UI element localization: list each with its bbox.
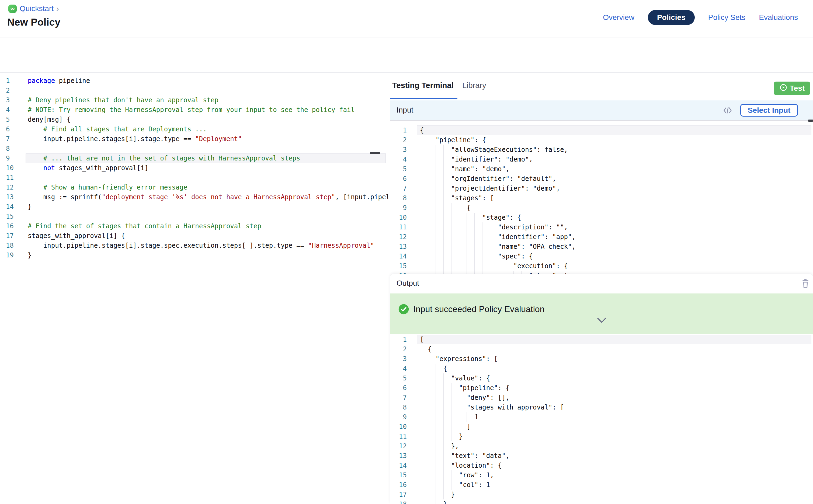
code-line[interactable]: 3 "expressions": [ [390,354,813,364]
code-line[interactable]: 11 "description": "", [390,222,813,232]
code-line[interactable]: 2 [0,86,389,95]
tab-evaluations[interactable]: Evaluations [759,13,798,22]
code-line[interactable]: 1package pipeline [0,76,389,86]
code-line[interactable]: 18 } [390,499,813,504]
code-text: stages_with_approval[i] { [28,231,125,241]
output-json-viewer[interactable]: 1[2 {3 "expressions": [4 {5 "value": {6 … [390,334,813,504]
evaluation-status-text: Input succeeded Policy Evaluation [413,304,545,314]
code-line[interactable]: 7 "deny": [], [390,393,813,403]
output-section-header: Output [390,274,813,293]
tab-testing-terminal[interactable]: Testing Terminal [392,81,454,90]
code-line[interactable]: 2 { [390,344,813,354]
code-line[interactable]: 15 "row": 1, [390,470,813,480]
code-line[interactable]: 10 not stages_with_approval[i] [0,163,389,173]
code-line[interactable]: 10 ] [390,422,813,432]
code-text: }, [420,441,459,451]
line-number: 8 [390,193,407,203]
code-line[interactable]: 5 "name": "demo", [390,164,813,174]
code-text: { [420,125,424,135]
line-number: 18 [6,241,18,250]
code-line[interactable]: 1{ [390,125,813,135]
code-line[interactable]: 14} [0,202,389,212]
code-line[interactable]: 16 "steps": [ [390,271,813,274]
code-text: [ [420,335,424,344]
code-line[interactable]: 18 input.pipeline.stages[i].stage.spec.e… [0,241,389,250]
breadcrumb-link-quickstart[interactable]: Quickstart [20,4,54,13]
code-line[interactable]: 9 { [390,203,813,213]
code-view-icon[interactable] [723,106,732,115]
code-text: "row": 1, [420,470,494,480]
code-text: # Deny pipelines that don't have an appr… [28,95,218,105]
chevron-down-icon[interactable] [597,317,607,324]
code-text: "name": "demo", [420,164,510,174]
code-line[interactable]: 11 } [390,432,813,441]
code-line[interactable]: 13 "text": "data", [390,451,813,461]
code-line[interactable]: 14 "spec": { [390,251,813,261]
line-number: 12 [6,183,18,192]
code-line[interactable]: 15 [0,212,389,221]
code-text: "identifier": "demo", [420,155,533,164]
line-number: 12 [390,232,407,242]
code-line[interactable]: 4 "identifier": "demo", [390,155,813,164]
output-label: Output [396,279,419,288]
code-line[interactable]: 10 "stage": { [390,213,813,222]
code-text: package pipeline [28,76,90,86]
select-input-button[interactable]: Select Input [740,104,798,117]
code-line[interactable]: 4# NOTE: Try removing the HarnessApprova… [0,105,389,115]
code-line[interactable]: 4 { [390,364,813,373]
tab-library[interactable]: Library [462,81,486,90]
clear-output-button[interactable] [801,278,810,290]
tab-policies[interactable]: Policies [648,10,695,25]
code-line[interactable]: 13 "name": "OPA check", [390,242,813,251]
policy-editor-page: ∞ Quickstart › New Policy Overview Polic… [0,0,813,504]
code-text: input.pipeline.stages[i].stage.spec.exec… [28,241,374,250]
code-text: } [420,432,463,441]
code-line[interactable]: 9 1 [390,412,813,422]
input-json-editor[interactable]: 1{2 "pipeline": {3 "allowStageExecutions… [390,120,813,274]
code-line[interactable]: 9 # ... that are not in the set of stage… [0,153,389,163]
code-line[interactable]: 8 "stages": [ [390,193,813,203]
code-text: } [420,499,447,504]
tab-overview[interactable]: Overview [603,13,634,22]
code-line[interactable]: 17 } [390,490,813,499]
code-line[interactable]: 16# Find the set of stages that contain … [0,221,389,231]
code-line[interactable]: 12 }, [390,441,813,451]
line-number: 13 [6,192,18,202]
code-line[interactable]: 12 # Show a human-friendly error message [0,183,389,192]
code-line[interactable]: 8 "stages_with_approval": [ [390,403,813,412]
code-line[interactable]: 19} [0,250,389,260]
code-line[interactable]: 6 "orgIdentifier": "default", [390,174,813,184]
code-line[interactable]: 7 input.pipeline.stages[i].stage.type ==… [0,134,389,144]
code-line[interactable]: 8 [0,144,389,153]
code-text: "value": { [420,373,490,383]
code-text: deny[msg] { [28,115,71,124]
code-line[interactable]: 14 "location": { [390,461,813,470]
code-line[interactable]: 3 "allowStageExecutions": false, [390,145,813,155]
code-line[interactable]: 16 "col": 1 [390,480,813,490]
code-line[interactable]: 17stages_with_approval[i] { [0,231,389,241]
code-text: # Find all stages that are Deployments .… [28,124,207,134]
code-line[interactable]: 6 "pipeline": { [390,383,813,393]
code-line[interactable]: 7 "projectIdentifier": "demo", [390,184,813,193]
code-text: "expressions": [ [420,354,498,364]
code-line[interactable]: 2 "pipeline": { [390,135,813,145]
code-line[interactable]: 15 "execution": { [390,261,813,271]
code-line[interactable]: 11 [0,173,389,183]
code-line[interactable]: 3# Deny pipelines that don't have an app… [0,95,389,105]
code-line[interactable]: 12 "identifier": "app", [390,232,813,242]
line-number: 1 [390,335,407,344]
code-line[interactable]: 13 msg := sprintf("deployment stage '%s'… [0,192,389,202]
code-line[interactable]: 6 # Find all stages that are Deployments… [0,124,389,134]
code-text: "projectIdentifier": "demo", [420,184,560,193]
test-button[interactable]: Test [774,82,810,95]
code-text: 1 [420,412,479,422]
code-line[interactable]: 1[ [390,335,813,344]
code-line[interactable]: 5deny[msg] { [0,115,389,124]
code-text: "stage": { [420,213,521,222]
code-line[interactable]: 5 "value": { [390,373,813,383]
line-number: 16 [6,221,18,231]
line-number: 6 [6,124,18,134]
policy-code-editor[interactable]: 1package pipeline23# Deny pipelines that… [0,73,389,504]
line-number: 1 [390,125,407,135]
tab-policy-sets[interactable]: Policy Sets [708,13,746,22]
